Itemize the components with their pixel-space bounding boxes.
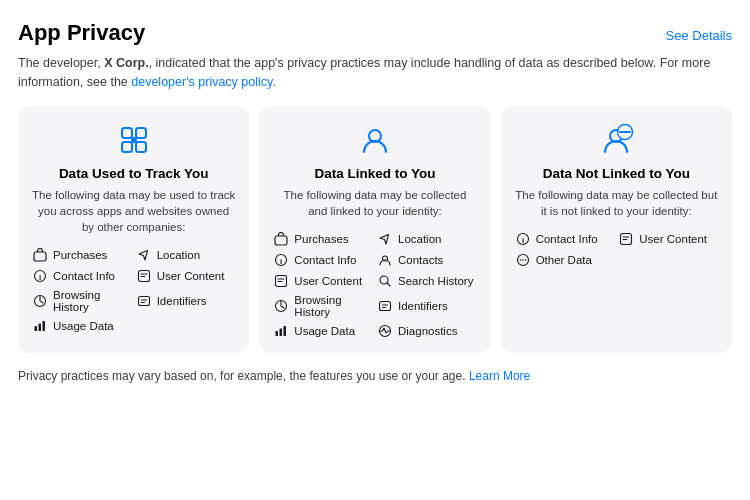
svg-rect-10 — [138, 296, 149, 305]
card-subtitle-track: The following data may be used to track … — [32, 187, 235, 235]
card-not-linked: Data Not Linked to YouThe following data… — [501, 106, 732, 353]
list-item: Browsing History — [273, 294, 373, 318]
svg-rect-13 — [43, 321, 46, 331]
privacy-policy-link[interactable]: developer's privacy policy — [131, 75, 272, 89]
info-icon: i — [32, 268, 48, 284]
data-item-label: Usage Data — [53, 320, 114, 332]
card-icon-area-track — [32, 122, 235, 158]
svg-rect-22 — [379, 301, 390, 310]
location-icon — [136, 247, 152, 263]
data-item-label: Contacts — [398, 254, 443, 266]
list-item: Location — [136, 247, 236, 263]
data-item-label: Contact Info — [536, 233, 598, 245]
card-linked: Data Linked to YouThe following data may… — [259, 106, 490, 353]
svg-rect-5 — [34, 252, 46, 261]
cards-row: Data Used to Track YouThe following data… — [18, 106, 732, 353]
list-item: Usage Data — [273, 323, 373, 339]
list-item: User Content — [273, 273, 373, 289]
location-icon — [377, 231, 393, 247]
data-items-grid-not-linked: iContact InfoUser ContentOther Data — [515, 231, 718, 268]
search-icon — [377, 273, 393, 289]
developer-name: X Corp. — [104, 56, 148, 70]
card-title-not-linked: Data Not Linked to You — [515, 166, 718, 181]
see-details-link[interactable]: See Details — [666, 28, 732, 43]
list-item: Location — [377, 231, 477, 247]
svg-rect-12 — [39, 323, 42, 331]
list-item: iContact Info — [515, 231, 615, 247]
card-title-track: Data Used to Track You — [32, 166, 235, 181]
list-item: Diagnostics — [377, 323, 477, 339]
data-item-label: Contact Info — [294, 254, 356, 266]
card-subtitle-linked: The following data may be collected and … — [273, 187, 476, 219]
data-item-label: User Content — [639, 233, 707, 245]
usage-icon — [32, 318, 48, 334]
svg-rect-24 — [280, 328, 283, 336]
list-item: Usage Data — [32, 318, 132, 334]
data-item-label: Purchases — [294, 233, 348, 245]
card-icon-not-linked — [598, 122, 634, 158]
list-item: iContact Info — [32, 268, 132, 284]
card-icon-track — [116, 122, 152, 158]
identifiers-icon — [377, 298, 393, 314]
list-item: Contacts — [377, 252, 477, 268]
footer-main-text: Privacy practices may vary based on, for… — [18, 369, 469, 383]
info-icon: i — [515, 231, 531, 247]
data-item-label: Browsing History — [53, 289, 132, 313]
browsing-icon — [32, 293, 48, 309]
data-item-label: Contact Info — [53, 270, 115, 282]
svg-text:i: i — [280, 256, 282, 265]
other-icon — [515, 252, 531, 268]
list-item: Purchases — [273, 231, 373, 247]
list-item: Identifiers — [136, 289, 236, 313]
data-item-label: Identifiers — [157, 295, 207, 307]
diagnostics-icon — [377, 323, 393, 339]
svg-rect-23 — [276, 331, 279, 336]
svg-rect-15 — [275, 236, 287, 245]
list-item: Search History — [377, 273, 477, 289]
data-item-label: Location — [157, 249, 200, 261]
data-item-label: Search History — [398, 275, 473, 287]
svg-text:i: i — [522, 235, 524, 244]
data-item-label: User Content — [294, 275, 362, 287]
list-item: User Content — [136, 268, 236, 284]
card-icon-area-not-linked — [515, 122, 718, 158]
data-item-label: Location — [398, 233, 441, 245]
svg-point-36 — [524, 259, 526, 261]
description-text3: . — [272, 75, 275, 89]
list-item: Purchases — [32, 247, 132, 263]
list-item: Identifiers — [377, 294, 477, 318]
data-item-label: Identifiers — [398, 300, 448, 312]
data-item-label: Usage Data — [294, 325, 355, 337]
card-title-linked: Data Linked to You — [273, 166, 476, 181]
user-content-icon — [136, 268, 152, 284]
list-item: User Content — [618, 231, 718, 247]
data-item-label: User Content — [157, 270, 225, 282]
learn-more-link[interactable]: Learn More — [469, 369, 530, 383]
card-subtitle-not-linked: The following data may be collected but … — [515, 187, 718, 219]
info-icon: i — [273, 252, 289, 268]
user-content-icon — [618, 231, 634, 247]
bag-icon — [273, 231, 289, 247]
data-item-label: Browsing History — [294, 294, 373, 318]
footer-text: Privacy practices may vary based on, for… — [18, 369, 732, 383]
card-icon-linked — [357, 122, 393, 158]
browsing-icon — [273, 298, 289, 314]
card-icon-area-linked — [273, 122, 476, 158]
description-text1: The developer, — [18, 56, 104, 70]
svg-rect-3 — [136, 142, 146, 152]
data-item-label: Purchases — [53, 249, 107, 261]
contacts-icon — [377, 252, 393, 268]
svg-point-34 — [519, 259, 521, 261]
page-title: App Privacy — [18, 20, 145, 46]
svg-rect-0 — [122, 128, 132, 138]
svg-rect-25 — [284, 326, 287, 336]
svg-point-4 — [131, 137, 137, 143]
data-items-grid-linked: PurchasesLocationiContact InfoContactsUs… — [273, 231, 476, 339]
svg-rect-2 — [122, 142, 132, 152]
list-item: Other Data — [515, 252, 615, 268]
identifiers-icon — [136, 293, 152, 309]
data-item-label: Other Data — [536, 254, 592, 266]
card-track: Data Used to Track YouThe following data… — [18, 106, 249, 353]
svg-rect-11 — [35, 326, 38, 331]
svg-text:i: i — [39, 272, 41, 281]
